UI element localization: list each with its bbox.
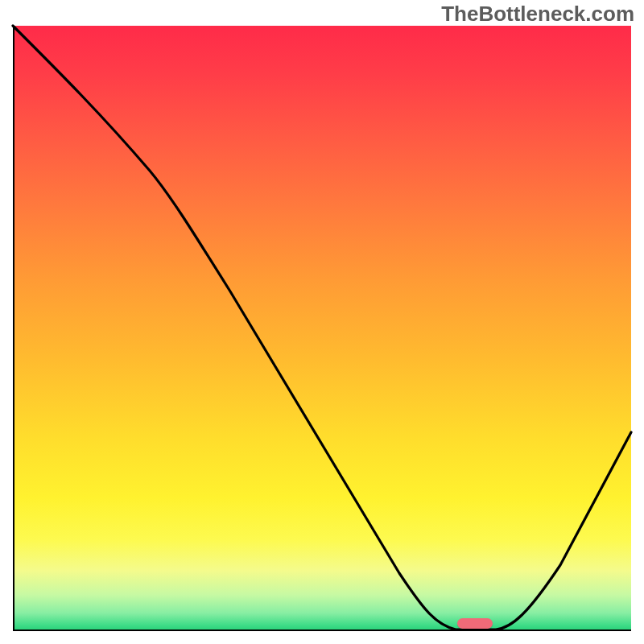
bottleneck-curve-path bbox=[13, 26, 631, 630]
chart-canvas: TheBottleneck.com bbox=[0, 0, 644, 644]
watermark-text: TheBottleneck.com bbox=[441, 2, 634, 27]
curve-svg bbox=[13, 26, 631, 631]
y-axis-line bbox=[13, 26, 14, 631]
plot-area bbox=[13, 26, 631, 631]
x-axis-line bbox=[13, 630, 631, 631]
optimal-point-marker bbox=[457, 618, 493, 629]
